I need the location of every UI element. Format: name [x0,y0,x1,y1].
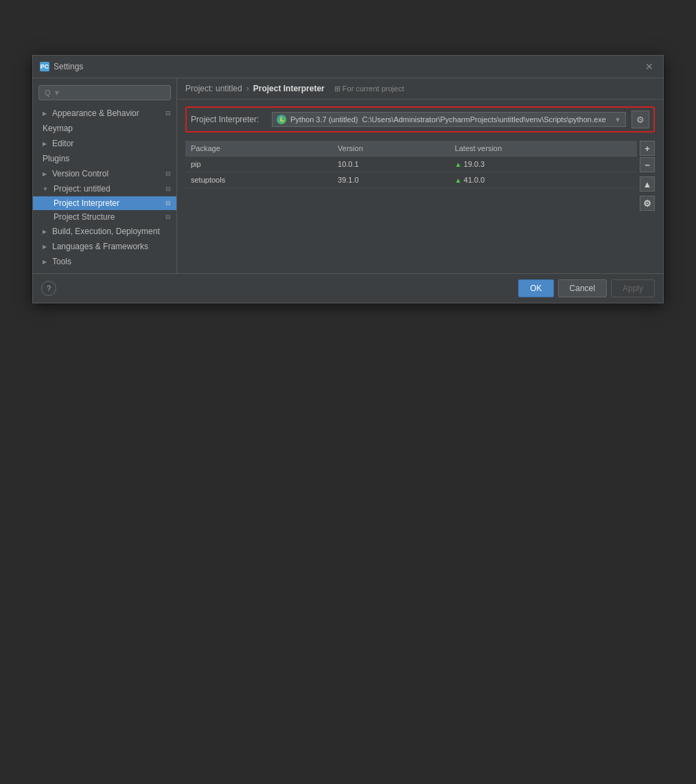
sidebar-child-label: Project Interpreter [54,198,119,208]
breadcrumb: Project: untitled › Project Interpreter … [177,78,663,100]
sidebar: Q Appearance & Behavior ⊟ Keymap Editor … [33,78,177,273]
col-package: Package [185,141,332,157]
project-icon: ⊟ [165,185,171,192]
sidebar-item-label: Build, Execution, Deployment [52,227,160,236]
sidebar-item-plugins[interactable]: Plugins [33,151,176,166]
dialog-footer: ? OK Cancel Apply [33,273,663,303]
table-row[interactable]: setuptools 39.1.0 ▲ 41.0.0 [185,172,637,188]
sidebar-item-project-structure[interactable]: Project Structure ⊟ [33,210,176,224]
col-version: Version [332,141,450,157]
add-package-button[interactable]: + [640,141,655,156]
sidebar-item-project-untitled[interactable]: Project: untitled ⊟ [33,181,176,196]
child-icon: ⊟ [165,214,171,220]
package-settings-button[interactable]: ⚙ [640,196,655,211]
package-version: 39.1.0 [332,172,450,188]
search-box[interactable]: Q [38,85,171,100]
package-latest: ▲ 19.0.3 [450,157,637,172]
package-latest: ▲ 41.0.0 [450,172,637,188]
search-icon: Q [45,89,51,97]
remove-package-button[interactable]: − [640,157,655,172]
footer-buttons: OK Cancel Apply [518,279,655,297]
settings-dialog: PC Settings ✕ Q Appearance & Behavior ⊟ … [32,55,664,303]
upgrade-badge: ▲ [455,161,462,168]
sidebar-item-label: Version Control [52,169,108,178]
title-bar: PC Settings ✕ [33,56,663,78]
table-actions: + − ▲ ⚙ [640,141,655,211]
content-area: Project Interpreter: 🐍 Python 3.7 (untit… [177,100,663,273]
breadcrumb-parent: Project: untitled [185,84,242,93]
sidebar-item-version-control[interactable]: Version Control ⊟ [33,166,176,181]
interpreter-row: Project Interpreter: 🐍 Python 3.7 (untit… [185,106,655,132]
sidebar-item-tools[interactable]: Tools [33,254,176,269]
ok-button[interactable]: OK [518,279,553,297]
apply-button[interactable]: Apply [611,279,655,297]
interpreter-label: Project Interpreter: [191,115,266,124]
version-control-icon: ⊟ [165,170,171,177]
search-input[interactable] [54,89,148,97]
interpreter-settings-button[interactable]: ⚙ [631,111,649,128]
sidebar-item-project-interpreter[interactable]: Project Interpreter ⊟ [33,196,176,210]
cancel-button[interactable]: Cancel [558,279,607,297]
sidebar-item-label: Keymap [43,124,73,133]
title-bar-left: PC Settings [40,62,83,71]
breadcrumb-separator: › [246,84,249,93]
dialog-body: Q Appearance & Behavior ⊟ Keymap Editor … [33,78,663,273]
table-row[interactable]: pip 10.0.1 ▲ 19.0.3 [185,157,637,172]
table-wrapper: Package Version Latest version pip 10.0.… [185,141,637,211]
sidebar-item-editor[interactable]: Editor [33,136,176,151]
sidebar-item-label: Plugins [43,154,69,163]
upgrade-package-button[interactable]: ▲ [640,176,655,192]
sidebar-item-label: Languages & Frameworks [52,242,148,251]
child-icon: ⊟ [165,200,171,207]
sidebar-item-label: Tools [52,257,71,266]
app-icon: PC [40,62,49,71]
package-table: Package Version Latest version pip 10.0.… [185,141,637,188]
package-name: pip [185,157,332,172]
upgrade-badge: ▲ [455,176,462,184]
package-name: setuptools [185,172,332,188]
sidebar-item-label: Appearance & Behavior [52,108,139,118]
sidebar-child-label: Project Structure [54,212,115,222]
interpreter-dropdown[interactable]: 🐍 Python 3.7 (untitled) C:\Users\Adminis… [272,112,626,127]
python-icon: 🐍 [277,115,286,124]
dropdown-arrow-icon: ▼ [614,116,621,124]
expand-icon: ⊟ [165,110,171,117]
dialog-title: Settings [54,62,83,71]
breadcrumb-note: ⊞ For current project [334,84,404,93]
sidebar-item-build-execution[interactable]: Build, Execution, Deployment [33,224,176,239]
sidebar-item-label: Project: untitled [54,184,111,194]
sidebar-item-keymap[interactable]: Keymap [33,121,176,136]
table-container: Package Version Latest version pip 10.0.… [185,141,655,211]
sidebar-item-languages-frameworks[interactable]: Languages & Frameworks [33,239,176,254]
breadcrumb-current: Project Interpreter [253,84,325,93]
package-version: 10.0.1 [332,157,450,172]
interpreter-value: Python 3.7 (untitled) C:\Users\Administr… [290,115,610,124]
close-button[interactable]: ✕ [642,60,656,73]
main-content: Project: untitled › Project Interpreter … [177,78,663,273]
sidebar-item-appearance-behavior[interactable]: Appearance & Behavior ⊟ [33,106,176,121]
col-latest-version: Latest version [450,141,637,157]
sidebar-item-label: Editor [52,139,73,148]
help-button[interactable]: ? [41,281,56,296]
